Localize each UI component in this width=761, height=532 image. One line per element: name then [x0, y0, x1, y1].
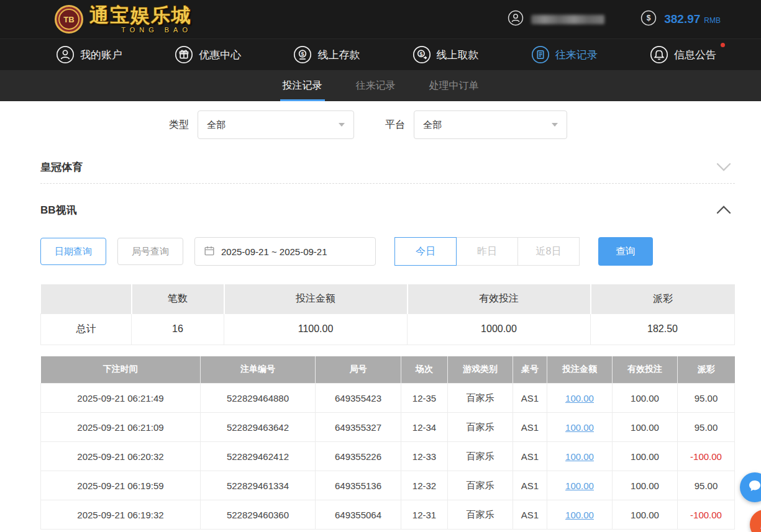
bet-amount-link[interactable]: 100.00: [565, 393, 594, 404]
bet-id-cell: 522829464880: [201, 384, 316, 413]
game-type-cell: 百家乐: [448, 500, 513, 530]
summary-table: 笔数 投注金额 有效投注 派彩 总计 16 1100.00 1000.00 18…: [40, 284, 735, 345]
balance-amount: 382.97: [664, 12, 700, 26]
floating-promo-button[interactable]: b: [750, 510, 761, 532]
search-button[interactable]: 查询: [598, 237, 653, 266]
section-crown-sports[interactable]: 皇冠体育: [0, 151, 761, 183]
section-title-crown-sports: 皇冠体育: [40, 160, 83, 174]
tab-pending-orders[interactable]: 处理中订单: [427, 70, 481, 101]
chat-bubble-icon: [747, 479, 761, 496]
bet-id-cell: 522829463642: [201, 413, 316, 442]
logo-subtitle: TONG BAO: [89, 27, 192, 34]
withdraw-icon: $: [412, 45, 431, 64]
user-avatar-icon: [508, 10, 524, 29]
query-bar: 日期查询 局号查询 2025-09-21 ~ 2025-09-21 今日 昨日 …: [0, 237, 761, 266]
deposit-icon: $: [293, 45, 312, 64]
logo-title: 通宝娱乐城: [89, 6, 192, 25]
section-bb-video[interactable]: BB视讯: [0, 194, 761, 226]
yesterday-button[interactable]: 昨日: [456, 237, 518, 266]
platform-filter-label: 平台: [385, 119, 405, 132]
balance-currency: RMB: [704, 16, 721, 25]
logo-text: 通宝娱乐城 TONG BAO: [89, 6, 192, 34]
bet-amount-link[interactable]: 100.00: [565, 510, 594, 520]
payout-cell: -100.00: [678, 442, 735, 471]
logo-chip-icon: TB: [55, 5, 83, 34]
gift-icon: [175, 45, 193, 64]
round-query-button[interactable]: 局号查询: [117, 238, 183, 265]
valid-bet-cell: 100.00: [613, 500, 678, 530]
session-cell: 12-35: [401, 384, 448, 413]
floating-service-button[interactable]: [740, 472, 761, 502]
time-cell: 2025-09-21 06:19:32: [41, 500, 201, 530]
chevron-up-icon[interactable]: [716, 205, 731, 214]
bet-records-table: 下注时间 注单编号 局号 场次 游戏类别 桌号 投注金额 有效投注 派彩 202…: [40, 356, 735, 530]
valid-bet-cell: 100.00: [613, 442, 678, 471]
nav-item-transaction-records[interactable]: 往来记录: [531, 45, 598, 64]
table-no-cell: AS1: [513, 500, 547, 530]
nav-label: 线上存款: [317, 48, 360, 62]
last-8-days-button[interactable]: 近8日: [517, 237, 580, 266]
game-type-cell: 百家乐: [448, 384, 513, 413]
tab-bet-records[interactable]: 投注记录: [280, 70, 325, 101]
summary-header-bet-amount: 投注金额: [224, 284, 408, 313]
date-query-button[interactable]: 日期查询: [40, 238, 106, 265]
nav-item-withdraw[interactable]: $ 线上取款: [412, 45, 479, 64]
wallet-balance[interactable]: $ 382.97 RMB: [640, 10, 721, 29]
payout-cell: 95.00: [678, 413, 735, 442]
nav-item-announcements[interactable]: 信息公告: [650, 45, 716, 64]
date-range-value: 2025-09-21 ~ 2025-09-21: [221, 246, 327, 257]
logo-badge-text: TB: [63, 15, 74, 24]
summary-header-empty: [41, 284, 132, 313]
nav-item-promotions[interactable]: 优惠中心: [175, 45, 241, 64]
nav-item-my-account[interactable]: 我的账户: [56, 45, 122, 64]
col-header-session: 场次: [401, 356, 448, 384]
table-row: 2025-09-21 06:21:49 522829464880 6493554…: [41, 384, 735, 413]
round-id-cell: 649355136: [316, 471, 401, 500]
nav-label: 优惠中心: [199, 48, 241, 62]
username-masked[interactable]: [531, 15, 604, 24]
bet-amount-cell: 100.00: [547, 442, 613, 471]
chevron-down-icon[interactable]: [716, 163, 731, 171]
topbar-account-area: $ 382.97 RMB: [508, 10, 721, 29]
nav-item-deposit[interactable]: $ 线上存款: [293, 45, 360, 64]
table-no-cell: AS1: [513, 384, 547, 413]
user-icon: [56, 45, 75, 64]
payout-cell: 95.00: [678, 471, 735, 500]
notification-dot: [721, 43, 725, 47]
col-header-round-id: 局号: [316, 356, 401, 384]
round-id-cell: 649355226: [316, 442, 401, 471]
summary-bet-amount-value: 1100.00: [224, 313, 408, 345]
col-header-payout: 派彩: [678, 356, 735, 384]
col-header-table-no: 桌号: [513, 356, 547, 384]
svg-text:$: $: [419, 51, 422, 57]
nav-label: 信息公告: [674, 48, 716, 62]
bet-amount-cell: 100.00: [547, 500, 613, 530]
bet-amount-link[interactable]: 100.00: [565, 451, 594, 462]
summary-total-label: 总计: [41, 313, 132, 345]
quick-date-group: 今日 昨日 近8日: [394, 237, 580, 266]
bell-icon: [650, 45, 668, 64]
records-icon: [531, 45, 550, 64]
today-button[interactable]: 今日: [394, 237, 457, 266]
tab-transaction-records[interactable]: 往来记录: [353, 70, 398, 101]
bet-amount-link[interactable]: 100.00: [565, 480, 594, 491]
chevron-down-icon: [339, 123, 345, 127]
type-filter-value: 全部: [207, 119, 226, 131]
game-type-cell: 百家乐: [448, 471, 513, 500]
site-logo[interactable]: TB 通宝娱乐城 TONG BAO: [55, 5, 192, 34]
time-cell: 2025-09-21 06:19:59: [41, 471, 201, 500]
summary-valid-bet-value: 1000.00: [408, 313, 591, 345]
bet-amount-link[interactable]: 100.00: [565, 422, 594, 433]
type-filter-select[interactable]: 全部: [198, 110, 354, 139]
bet-id-cell: 522829461334: [201, 471, 316, 500]
main-nav: 我的账户 优惠中心 $ 线上存款: [0, 38, 761, 70]
platform-filter-select[interactable]: 全部: [414, 110, 567, 139]
game-type-cell: 百家乐: [448, 442, 513, 471]
summary-header-row: 笔数 投注金额 有效投注 派彩: [41, 284, 735, 313]
summary-header-count: 笔数: [132, 284, 224, 313]
payout-cell: 95.00: [678, 384, 735, 413]
summary-total-row: 总计 16 1100.00 1000.00 182.50: [41, 313, 735, 345]
date-range-input[interactable]: 2025-09-21 ~ 2025-09-21: [194, 237, 376, 266]
platform-filter-value: 全部: [423, 119, 442, 131]
round-id-cell: 649355327: [316, 413, 401, 442]
